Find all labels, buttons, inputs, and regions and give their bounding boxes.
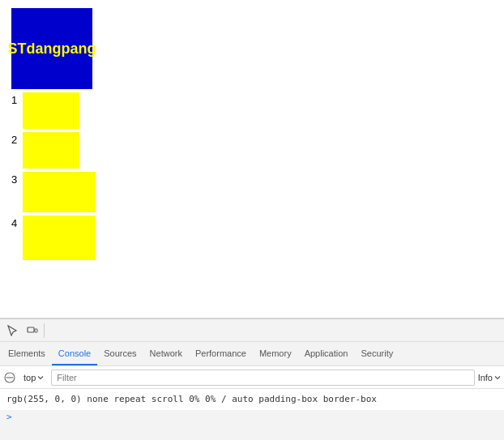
console-output: rgb(255, 0, 0) none repeat scroll 0% 0% … [0, 389, 504, 410]
tab-elements[interactable]: Elements [2, 343, 52, 365]
tab-performance[interactable]: Performance [189, 343, 253, 365]
item-1: 1 [11, 92, 493, 129]
item-2: 2 [11, 132, 493, 169]
tab-console[interactable]: Console [52, 343, 97, 365]
console-prompt[interactable]: > [0, 410, 504, 424]
no-entry-icon[interactable] [3, 371, 16, 384]
info-select[interactable]: Info [478, 373, 501, 382]
tab-application[interactable]: Application [298, 343, 355, 365]
devtools-panel: Elements Console Sources Network Perform… [0, 318, 504, 440]
tab-security[interactable]: Security [354, 343, 399, 365]
blue-box-label: STdangpang [8, 41, 96, 58]
device-icon-btn[interactable] [23, 321, 42, 340]
devtools-tabs: Elements Console Sources Network Perform… [0, 342, 504, 366]
yellow-box-2 [23, 132, 79, 169]
tab-memory[interactable]: Memory [253, 343, 298, 365]
tab-network[interactable]: Network [143, 343, 189, 365]
dropdown-arrow-icon [37, 374, 44, 381]
item-number-3: 3 [11, 173, 19, 186]
tab-sources[interactable]: Sources [97, 343, 143, 365]
console-line-1: rgb(255, 0, 0) none repeat scroll 0% 0% … [6, 392, 498, 407]
filter-input[interactable] [51, 370, 474, 386]
toolbar-separator [44, 323, 45, 338]
item-number-4: 4 [11, 217, 19, 229]
console-bar: top Info [0, 366, 504, 389]
yellow-box-1 [23, 92, 79, 129]
top-label: top [23, 373, 36, 382]
main-content: STdangpang 1 2 3 4 [0, 0, 504, 318]
yellow-box-4 [23, 216, 96, 260]
inspect-icon-btn[interactable] [3, 321, 23, 340]
info-label: Info [478, 373, 493, 382]
info-dropdown-icon [494, 374, 501, 381]
devtools-toolbar [0, 319, 504, 342]
item-number-1: 1 [11, 94, 19, 106]
yellow-box-3 [23, 172, 96, 212]
svg-rect-1 [35, 329, 37, 332]
item-number-2: 2 [11, 134, 19, 146]
item-4: 4 [11, 216, 493, 260]
item-3: 3 [11, 172, 493, 212]
top-select[interactable]: top [19, 371, 48, 384]
svg-rect-0 [28, 327, 34, 332]
blue-box: STdangpang [11, 8, 92, 89]
